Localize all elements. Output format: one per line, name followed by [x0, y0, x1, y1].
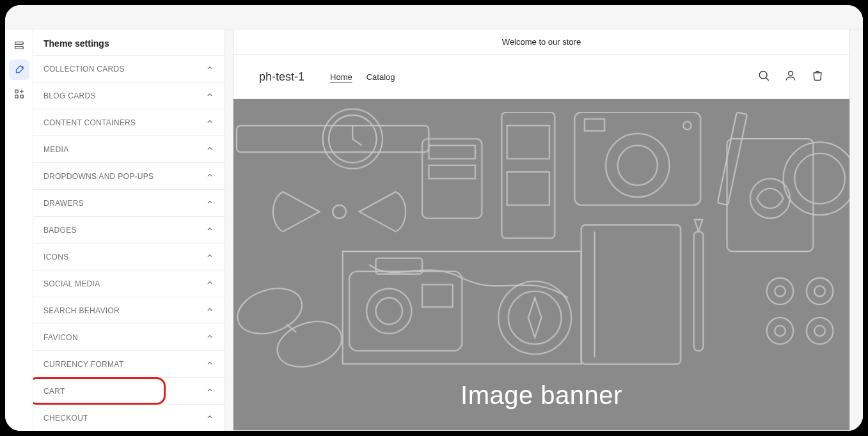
settings-item-content-containers[interactable]: CONTENT CONTAINERS: [33, 109, 225, 136]
settings-item-label: CURRENCY FORMAT: [43, 360, 123, 369]
svg-point-18: [367, 288, 411, 333]
settings-item-label: CHECKOUT: [43, 414, 88, 423]
search-icon[interactable]: [757, 69, 770, 84]
chevron-up-icon: [205, 117, 214, 128]
preview-pane: Welcome to our store ph-test-1 HomeCatal…: [225, 29, 863, 431]
svg-point-43: [775, 325, 785, 336]
sections-icon: [13, 40, 25, 51]
svg-point-6: [789, 71, 793, 75]
svg-point-39: [775, 286, 785, 297]
announcement-bar: Welcome to our store: [233, 29, 849, 55]
settings-item-label: COLLECTION CARDS: [43, 65, 125, 74]
chevron-up-icon: [205, 359, 214, 370]
chevron-up-icon: [205, 171, 214, 182]
settings-item-label: SEARCH BEHAVIOR: [43, 306, 120, 315]
banner-heading: Image banner: [461, 381, 622, 410]
editor-rail: [5, 29, 33, 431]
svg-rect-1: [15, 47, 23, 49]
svg-point-44: [807, 318, 833, 344]
settings-item-checkout[interactable]: CHECKOUT: [33, 405, 225, 431]
chevron-up-icon: [205, 412, 214, 423]
svg-rect-20: [422, 284, 453, 307]
settings-item-label: CART: [43, 387, 65, 396]
rail-apps-button[interactable]: [9, 84, 29, 104]
svg-point-10: [333, 205, 346, 219]
svg-point-30: [683, 121, 691, 129]
settings-item-label: BLOG CARDS: [43, 91, 96, 100]
svg-rect-7: [237, 125, 429, 152]
svg-rect-26: [574, 113, 700, 205]
header-icons: [757, 69, 824, 84]
chevron-up-icon: [205, 385, 214, 396]
svg-rect-32: [694, 231, 704, 350]
storefront-preview: Welcome to our store ph-test-1 HomeCatal…: [233, 29, 850, 431]
settings-list: COLLECTION CARDSBLOG CARDSCONTENT CONTAI…: [33, 55, 225, 431]
settings-item-label: FAVICON: [43, 333, 78, 342]
rail-sections-button[interactable]: [9, 35, 29, 56]
settings-item-blog-cards[interactable]: BLOG CARDS: [33, 82, 225, 109]
settings-item-badges[interactable]: BADGES: [33, 217, 225, 244]
svg-point-11: [233, 281, 308, 341]
store-nav: HomeCatalog: [330, 72, 395, 82]
svg-point-40: [807, 278, 833, 304]
settings-item-favicon[interactable]: FAVICON: [33, 324, 225, 351]
settings-item-drawers[interactable]: DRAWERS: [33, 190, 225, 217]
settings-item-dropdowns-and-pop-ups[interactable]: DROPDOWNS AND POP-UPS: [33, 163, 225, 190]
settings-item-media[interactable]: MEDIA: [33, 136, 225, 163]
svg-point-37: [794, 153, 845, 204]
svg-rect-21: [501, 113, 555, 238]
svg-point-12: [271, 314, 347, 375]
svg-rect-22: [507, 125, 549, 159]
chevron-up-icon: [205, 144, 214, 155]
store-name: ph-test-1: [259, 70, 304, 84]
svg-point-41: [814, 286, 825, 297]
svg-rect-2: [15, 90, 18, 93]
chevron-up-icon: [205, 278, 214, 289]
svg-rect-33: [718, 113, 747, 205]
theme-settings-sidebar: Theme settings COLLECTION CARDSBLOG CARD…: [33, 29, 225, 431]
svg-point-38: [767, 278, 793, 304]
svg-rect-15: [429, 166, 475, 179]
nav-link-home[interactable]: Home: [330, 72, 352, 82]
image-banner[interactable]: Image banner: [233, 99, 849, 430]
rail-theme-settings-button[interactable]: [9, 59, 29, 80]
svg-point-24: [498, 281, 571, 354]
settings-item-label: ICONS: [43, 253, 69, 261]
settings-item-label: MEDIA: [43, 145, 69, 154]
chevron-up-icon: [205, 332, 214, 343]
sidebar-title: Theme settings: [33, 29, 225, 55]
chevron-up-icon: [205, 305, 214, 316]
svg-point-19: [376, 298, 402, 324]
settings-item-currency-format[interactable]: CURRENCY FORMAT: [33, 351, 225, 378]
chevron-up-icon: [205, 63, 214, 74]
top-toolbar: [5, 5, 863, 29]
svg-rect-3: [15, 95, 18, 98]
paintbrush-icon: [13, 64, 25, 75]
account-icon[interactable]: [784, 69, 797, 84]
settings-item-icons[interactable]: ICONS: [33, 244, 225, 270]
svg-point-45: [814, 325, 825, 336]
chevron-up-icon: [205, 224, 214, 235]
svg-point-42: [767, 318, 793, 344]
chevron-up-icon: [205, 198, 214, 208]
svg-rect-4: [20, 95, 23, 98]
chevron-up-icon: [205, 251, 214, 262]
settings-item-social-media[interactable]: SOCIAL MEDIA: [33, 270, 225, 297]
svg-rect-0: [15, 42, 23, 45]
settings-item-label: BADGES: [43, 226, 77, 235]
svg-point-5: [759, 71, 767, 79]
settings-item-label: DROPDOWNS AND POP-UPS: [43, 172, 154, 181]
settings-item-search-behavior[interactable]: SEARCH BEHAVIOR: [33, 297, 225, 324]
settings-item-cart[interactable]: CART: [33, 378, 225, 405]
store-header: ph-test-1 HomeCatalog: [233, 55, 849, 99]
nav-link-catalog[interactable]: Catalog: [367, 72, 395, 82]
svg-point-28: [618, 146, 658, 185]
svg-rect-29: [585, 119, 604, 131]
settings-item-label: CONTENT CONTAINERS: [43, 118, 136, 127]
cart-icon[interactable]: [811, 69, 824, 84]
settings-item-label: DRAWERS: [43, 199, 84, 208]
svg-rect-23: [507, 172, 549, 205]
chevron-up-icon: [205, 90, 214, 101]
svg-point-27: [606, 134, 669, 197]
settings-item-collection-cards[interactable]: COLLECTION CARDS: [33, 56, 225, 82]
